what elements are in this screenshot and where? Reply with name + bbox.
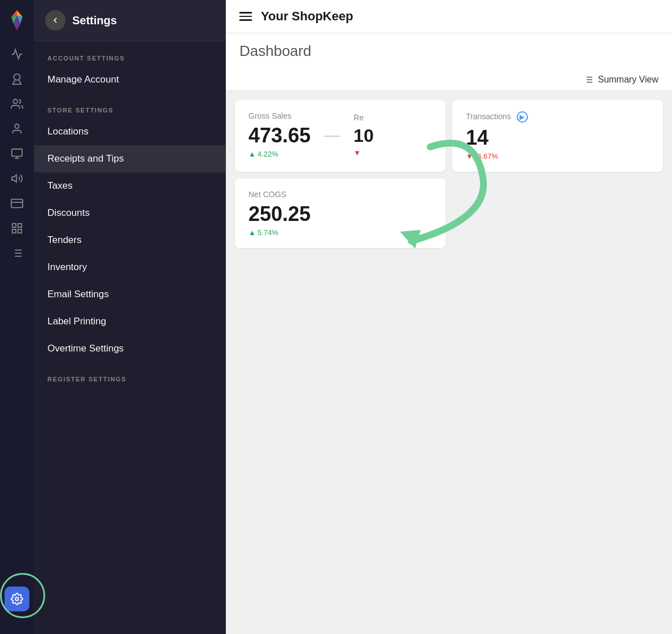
svg-marker-0 <box>11 10 17 17</box>
main-header-title: Your ShopKeep <box>261 9 353 24</box>
svg-point-5 <box>14 74 20 80</box>
refunds-label: Re <box>354 113 374 122</box>
payments-nav-icon[interactable] <box>7 193 27 214</box>
svg-rect-12 <box>11 199 23 208</box>
transactions-card: Transactions ▶ 14 ▼ -6.67% <box>452 100 663 172</box>
svg-rect-8 <box>12 149 22 157</box>
net-cogs-label: Net COGS <box>248 190 432 199</box>
svg-marker-11 <box>12 175 16 183</box>
dashboard-toolbar: Summary View <box>239 69 658 90</box>
register-nav-icon[interactable] <box>7 144 27 164</box>
settings-item-receipts-and-tips[interactable]: Receipts and Tips <box>34 145 225 172</box>
settings-item-discounts[interactable]: Discounts <box>34 199 225 227</box>
refunds-value: 10 <box>354 125 374 146</box>
dashboard-title: Dashboard <box>239 42 658 69</box>
account-settings-section-label: ACCOUNT SETTINGS <box>34 41 225 66</box>
analytics-nav-icon[interactable] <box>7 44 27 64</box>
summary-view-button[interactable]: Summary View <box>583 75 658 85</box>
refunds-change: ▼ <box>354 149 374 157</box>
net-cogs-value: 250.25 <box>248 202 432 226</box>
main-header: Your ShopKeep <box>226 0 672 33</box>
gross-sales-card: Gross Sales 473.65 ▲ 4.22% — Re 10 ▼ <box>235 100 446 172</box>
svg-rect-16 <box>12 229 16 233</box>
transactions-change: ▼ -6.67% <box>466 152 649 160</box>
settings-item-taxes[interactable]: Taxes <box>34 172 225 199</box>
transactions-value: 14 <box>466 126 649 150</box>
marketing-nav-icon[interactable] <box>7 168 27 189</box>
apps-nav-icon[interactable] <box>7 218 27 238</box>
gross-sales-value: 473.65 <box>248 124 311 147</box>
svg-rect-17 <box>18 229 21 233</box>
down-arrow-icon: ▼ <box>354 149 361 157</box>
transactions-info-icon[interactable]: ▶ <box>517 111 528 123</box>
svg-point-6 <box>14 99 18 103</box>
main-content: Your ShopKeep Dashboard Summary View Gro… <box>226 0 672 634</box>
gross-sales-label: Gross Sales <box>248 111 311 120</box>
svg-rect-15 <box>18 224 21 227</box>
back-button[interactable] <box>45 10 66 31</box>
gross-sales-change: ▲ 4.22% <box>248 150 311 158</box>
summary-view-icon <box>583 75 594 85</box>
app-logo[interactable] <box>6 9 28 34</box>
summary-view-label: Summary View <box>598 75 658 85</box>
register-settings-section-label: REGISTER SETTINGS <box>34 362 225 387</box>
settings-item-label-printing[interactable]: Label Printing <box>34 308 225 335</box>
svg-marker-1 <box>17 10 23 17</box>
settings-item-inventory[interactable]: Inventory <box>34 254 225 281</box>
svg-point-7 <box>15 124 19 128</box>
hamburger-menu-button[interactable] <box>239 12 252 21</box>
svg-point-24 <box>15 597 19 601</box>
profile-nav-icon[interactable] <box>7 119 27 139</box>
settings-item-locations[interactable]: Locations <box>34 118 225 145</box>
customers-nav-icon[interactable] <box>7 94 27 114</box>
metric-divider: — <box>320 126 344 144</box>
settings-panel-title: Settings <box>72 14 117 27</box>
settings-item-tenders[interactable]: Tenders <box>34 227 225 254</box>
transactions-label: Transactions ▶ <box>466 111 649 123</box>
settings-item-manage-account[interactable]: Manage Account <box>34 66 225 93</box>
svg-rect-14 <box>12 224 16 227</box>
net-cogs-card: Net COGS 250.25 ▲ 5.74% <box>235 179 446 248</box>
settings-item-email-settings[interactable]: Email Settings <box>34 281 225 308</box>
settings-item-overtime-settings[interactable]: Overtime Settings <box>34 335 225 362</box>
net-cogs-change: ▲ 5.74% <box>248 228 432 237</box>
dashboard-header: Dashboard Summary View <box>226 33 672 91</box>
store-settings-section-label: STORE SETTINGS <box>34 93 225 118</box>
settings-panel: Settings ACCOUNT SETTINGS Manage Account… <box>34 0 226 634</box>
dashboard-metrics: Gross Sales 473.65 ▲ 4.22% — Re 10 ▼ <box>226 91 672 257</box>
icon-sidebar <box>0 0 34 634</box>
settings-nav-button[interactable] <box>5 587 29 611</box>
settings-panel-header: Settings <box>34 0 225 41</box>
up-arrow-icon: ▲ <box>248 150 256 158</box>
down-arrow-icon-2: ▼ <box>466 152 473 160</box>
reports-nav-icon[interactable] <box>7 243 27 263</box>
products-nav-icon[interactable] <box>7 69 27 89</box>
up-arrow-icon-2: ▲ <box>248 228 256 237</box>
